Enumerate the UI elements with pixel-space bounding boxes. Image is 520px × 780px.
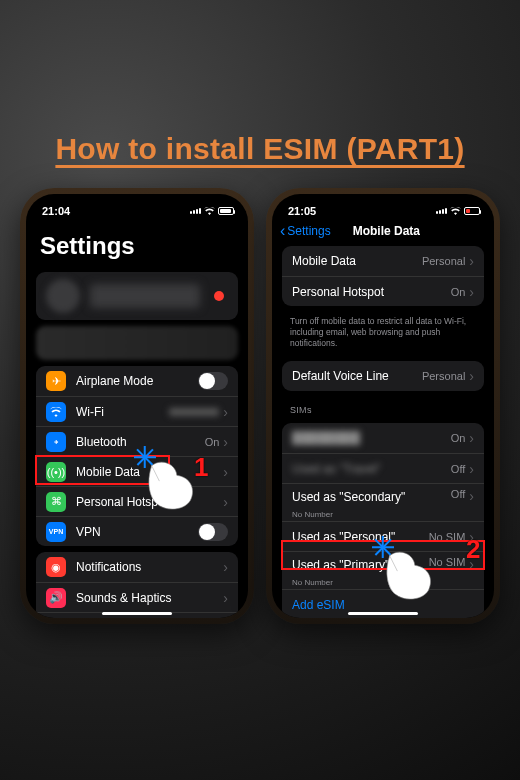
row-label: Mobile Data — [292, 254, 422, 268]
speaker-icon: 🔊 — [46, 588, 66, 608]
row-value: Off — [451, 463, 465, 475]
row-mobile-data[interactable]: ((•)) Mobile Data › — [36, 456, 238, 486]
row-sim-3[interactable]: Used as "Secondary" No Number Off › — [282, 483, 484, 521]
section-sims: SIMs — [272, 397, 494, 417]
chevron-right-icon: › — [223, 404, 228, 420]
row-sim-5[interactable]: Used as "Primary" No Number No SIM › — [282, 551, 484, 589]
row-notifications[interactable]: ◉ Notifications › — [36, 552, 238, 582]
footer-note: Turn off mobile data to restrict all dat… — [272, 312, 494, 355]
blurred-row — [36, 326, 238, 360]
status-time: 21:04 — [42, 205, 70, 217]
status-time: 21:05 — [288, 205, 316, 217]
battery-icon — [218, 207, 234, 215]
notch — [335, 194, 431, 210]
phone-left: 21:04 Settings ✈ Airplane Mode — [20, 188, 254, 624]
home-indicator — [102, 612, 172, 615]
group-notifications: ◉ Notifications › 🔊 Sounds & Haptics › ☾… — [36, 552, 238, 618]
group-voice: Default Voice Line Personal › — [282, 361, 484, 391]
airplane-icon: ✈ — [46, 371, 66, 391]
row-label: Mobile Data — [76, 465, 223, 479]
row-value: On — [205, 436, 220, 448]
chevron-right-icon: › — [223, 590, 228, 606]
chevron-right-icon: › — [469, 529, 474, 545]
bell-icon: ◉ — [46, 557, 66, 577]
row-value — [169, 408, 219, 416]
row-value: Personal — [422, 370, 465, 382]
chevron-right-icon: › — [223, 559, 228, 575]
group-sims: ████████ On › Used as "Travel" Off › Use… — [282, 423, 484, 618]
row-label: VPN — [76, 525, 198, 539]
row-sim-4[interactable]: Used as "Personal" No SIM › — [282, 521, 484, 551]
row-label: Notifications — [76, 560, 223, 574]
row-value: No SIM — [429, 531, 466, 543]
wifi-icon — [450, 205, 461, 217]
profile-row[interactable] — [36, 272, 238, 320]
add-esim-label: Add eSIM — [292, 598, 474, 612]
cellular-icon — [190, 208, 201, 214]
cellular-icon — [436, 208, 447, 214]
chevron-right-icon: › — [469, 368, 474, 384]
row-hotspot[interactable]: Personal Hotspot On › — [282, 276, 484, 306]
row-label: Sounds & Haptics — [76, 591, 223, 605]
row-label: Used as "Primary" — [292, 556, 429, 572]
wifi-icon — [46, 402, 66, 422]
row-airplane[interactable]: ✈ Airplane Mode — [36, 366, 238, 396]
chevron-right-icon: › — [469, 253, 474, 269]
page-title: How to install ESIM (PART1) — [0, 132, 520, 166]
row-sim-1[interactable]: ████████ On › — [282, 423, 484, 453]
battery-icon — [464, 207, 480, 215]
row-label: Airplane Mode — [76, 374, 198, 388]
row-mobile-data[interactable]: Mobile Data Personal › — [282, 246, 484, 276]
wifi-icon — [204, 205, 215, 217]
row-value: Off — [451, 488, 465, 500]
row-hotspot[interactable]: ⌘ Personal Hotspot › — [36, 486, 238, 516]
avatar — [46, 279, 80, 313]
vpn-icon: VPN — [46, 522, 66, 542]
row-label: Wi-Fi — [76, 405, 169, 419]
home-indicator — [348, 612, 418, 615]
row-label: ████████ — [292, 431, 451, 445]
row-label: Default Voice Line — [292, 369, 422, 383]
row-voice[interactable]: Default Voice Line Personal › — [282, 361, 484, 391]
antenna-icon: ((•)) — [46, 462, 66, 482]
moon-icon: ☾ — [46, 618, 66, 619]
airplane-toggle[interactable] — [198, 372, 228, 390]
row-label: Used as "Secondary" — [292, 488, 451, 504]
chevron-right-icon: › — [469, 461, 474, 477]
chevron-right-icon: › — [223, 494, 228, 510]
row-label: Personal Hotspot — [292, 285, 451, 299]
screen-title: Mobile Data — [287, 224, 486, 238]
notch — [89, 194, 185, 210]
chevron-right-icon: › — [469, 284, 474, 300]
row-label: Bluetooth — [76, 435, 205, 449]
chevron-right-icon: › — [469, 430, 474, 446]
row-label: Personal Hotspot — [76, 495, 223, 509]
chevron-right-icon: › — [223, 464, 228, 480]
row-vpn[interactable]: VPN VPN — [36, 516, 238, 546]
row-wifi[interactable]: Wi-Fi › — [36, 396, 238, 426]
settings-title: Settings — [26, 218, 248, 268]
row-value: On — [451, 432, 466, 444]
notification-dot-icon — [214, 291, 224, 301]
phones-container: 21:04 Settings ✈ Airplane Mode — [18, 188, 502, 624]
group-connectivity: ✈ Airplane Mode Wi-Fi › ᛭ Bluetooth On › — [36, 366, 238, 546]
row-label: Used as "Travel" — [292, 462, 451, 476]
row-sounds[interactable]: 🔊 Sounds & Haptics › — [36, 582, 238, 612]
row-value: Personal — [422, 255, 465, 267]
row-sublabel: No Number — [292, 578, 333, 587]
profile-name — [90, 284, 200, 308]
chevron-right-icon: › — [469, 488, 474, 504]
group-mobile: Mobile Data Personal › Personal Hotspot … — [282, 246, 484, 306]
hotspot-icon: ⌘ — [46, 492, 66, 512]
bluetooth-icon: ᛭ — [46, 432, 66, 452]
chevron-left-icon: ‹ — [280, 225, 285, 237]
row-label: Used as "Personal" — [292, 530, 429, 544]
nav-header: ‹ Settings Mobile Data — [272, 218, 494, 240]
row-sim-2[interactable]: Used as "Travel" Off › — [282, 453, 484, 483]
chevron-right-icon: › — [223, 434, 228, 450]
row-sublabel: No Number — [292, 510, 333, 519]
row-bluetooth[interactable]: ᛭ Bluetooth On › — [36, 426, 238, 456]
chevron-right-icon: › — [469, 556, 474, 572]
vpn-toggle[interactable] — [198, 523, 228, 541]
row-value: No SIM — [429, 556, 466, 568]
